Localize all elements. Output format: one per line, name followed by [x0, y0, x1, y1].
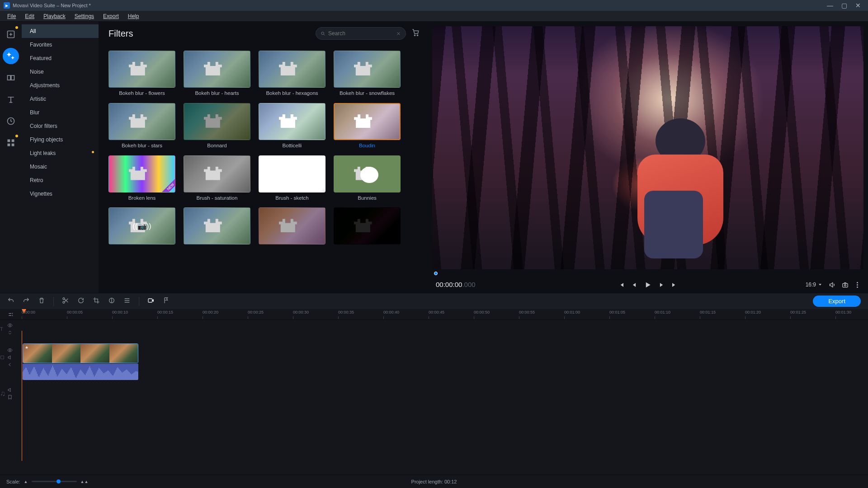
tracks-area[interactable]: ★	[22, 320, 868, 474]
split-button[interactable]	[62, 297, 69, 306]
filter-bokeh-blur-hexagons[interactable]: Bokeh blur - hexagons	[259, 51, 326, 97]
next-frame-button[interactable]	[658, 282, 665, 288]
category-blur[interactable]: Blur	[22, 106, 99, 119]
play-button[interactable]	[644, 281, 652, 289]
filters-panel: Filters butterfliesdiamondsBokeh blur - …	[99, 22, 429, 293]
undo-button[interactable]	[7, 297, 14, 306]
category-featured[interactable]: Featured	[22, 52, 99, 65]
filter-item-15[interactable]	[334, 207, 401, 247]
filter-brush-saturation[interactable]: Brush - saturation	[184, 155, 250, 202]
svg-rect-4	[8, 140, 10, 142]
audio-waveform[interactable]	[23, 364, 138, 380]
filters-button[interactable]	[3, 48, 19, 64]
next-clip-button[interactable]	[671, 282, 678, 288]
prev-frame-button[interactable]	[631, 282, 638, 288]
cart-icon[interactable]	[411, 28, 420, 38]
minimize-button[interactable]: —	[827, 2, 833, 9]
volume-button[interactable]	[829, 282, 835, 288]
more-button[interactable]	[3, 135, 19, 151]
search-box[interactable]	[316, 27, 406, 40]
audio-track-controls[interactable]	[7, 387, 13, 400]
video-clip[interactable]: ★	[23, 343, 138, 363]
filter-item-14[interactable]	[259, 207, 326, 247]
filter-bokeh-blur-stars[interactable]: Bokeh blur - stars	[108, 103, 175, 149]
filter-bunnies[interactable]: Bunnies	[334, 155, 401, 202]
category-retro[interactable]: Retro	[22, 174, 99, 187]
record-button[interactable]	[147, 297, 155, 306]
svg-point-13	[63, 298, 65, 300]
scale-label: Scale:	[6, 479, 20, 484]
app-icon: ▶	[4, 2, 10, 9]
preview-video[interactable]	[432, 26, 863, 269]
rotate-button[interactable]	[77, 297, 85, 306]
menu-file[interactable]: File	[3, 12, 20, 20]
filter-item-13[interactable]	[184, 207, 250, 247]
preview-controls: 00:00:00.000 16:9	[429, 277, 866, 293]
transitions-button[interactable]	[3, 70, 19, 86]
export-button[interactable]: Export	[813, 296, 861, 307]
prev-clip-button[interactable]	[618, 282, 625, 288]
menu-export[interactable]: Export	[99, 12, 123, 20]
zoom-out-button[interactable]: ▲	[24, 479, 28, 484]
filter-botticelli[interactable]: Botticelli	[259, 103, 326, 149]
filter-boudin[interactable]: Boudin	[334, 103, 401, 149]
category-vignettes[interactable]: Vignettes	[22, 187, 99, 201]
category-all[interactable]: All	[22, 24, 99, 38]
clear-search-icon[interactable]	[396, 31, 401, 37]
category-favorites[interactable]: Favorites	[22, 38, 99, 52]
filter-bokeh-blur-flowers[interactable]: Bokeh blur - flowers	[108, 51, 175, 97]
category-mosaic[interactable]: Mosaic	[22, 160, 99, 174]
svg-point-14	[63, 301, 65, 303]
scale-slider[interactable]	[32, 481, 77, 482]
timeline-ruler[interactable]: 0:00:0000:00:0500:00:1000:00:1500:00:200…	[22, 309, 868, 319]
filter-bonnard[interactable]: Bonnard	[184, 103, 250, 149]
preview-menu-button[interactable]	[855, 280, 860, 290]
crop-button[interactable]	[93, 297, 100, 306]
category-color-filters[interactable]: Color filters	[22, 119, 99, 133]
menu-settings[interactable]: Settings	[70, 12, 99, 20]
category-artistic[interactable]: Artistic	[22, 92, 99, 106]
close-button[interactable]: ✕	[855, 2, 861, 9]
marker-button[interactable]	[163, 297, 170, 306]
delete-button[interactable]	[38, 297, 45, 306]
menu-edit[interactable]: Edit	[20, 12, 39, 20]
preview-scrubber[interactable]	[434, 270, 862, 276]
timeline: 0:00:0000:00:0500:00:1000:00:1500:00:200…	[0, 309, 868, 488]
svg-point-19	[9, 350, 11, 351]
filter-bokeh-blur-snowflakes[interactable]: Bokeh blur - snowflakes	[334, 51, 401, 97]
import-button[interactable]	[3, 26, 19, 42]
menu-playback[interactable]: Playback	[39, 12, 70, 20]
category-light-leaks[interactable]: Light leaks	[22, 146, 99, 160]
menu-help[interactable]: Help	[123, 12, 144, 20]
svg-rect-6	[8, 144, 10, 146]
color-adjust-button[interactable]	[108, 297, 115, 306]
clip-effect-icon: ★	[25, 345, 28, 350]
stickers-button[interactable]	[3, 113, 19, 129]
clip-properties-button[interactable]	[123, 297, 131, 306]
track-headers: T ♫	[0, 320, 22, 474]
redo-button[interactable]	[23, 297, 30, 306]
category-flying-objects[interactable]: Flying objects	[22, 133, 99, 146]
category-noise[interactable]: Noise	[22, 65, 99, 79]
filter-brush-sketch[interactable]: Brush - sketch	[259, 155, 326, 202]
filter-bokeh-blur-hearts[interactable]: Bokeh blur - hearts	[184, 51, 250, 97]
snapshot-button[interactable]	[842, 282, 849, 288]
svg-rect-1	[8, 75, 11, 80]
filter-grid: butterfliesdiamondsBokeh blur - flowersB…	[108, 44, 420, 247]
category-adjustments[interactable]: Adjustments	[22, 79, 99, 92]
zoom-in-button[interactable]: ▲▲	[80, 479, 89, 484]
timeline-toolbar: Export	[0, 293, 868, 309]
video-track-controls[interactable]	[7, 347, 13, 367]
svg-point-10	[417, 35, 418, 36]
aspect-ratio-selector[interactable]: 16:9	[806, 282, 822, 288]
maximize-button[interactable]: ▢	[841, 2, 847, 9]
tool-strip	[0, 22, 22, 293]
search-input[interactable]	[328, 30, 396, 37]
filter-item-12[interactable]	[108, 207, 175, 247]
ruler-settings-button[interactable]	[0, 309, 22, 319]
title-bar: ▶ Movavi Video Suite – New Project * — ▢…	[0, 0, 868, 11]
svg-rect-5	[12, 140, 14, 142]
filter-broken-lens[interactable]: NEWBroken lens	[108, 155, 175, 202]
svg-rect-11	[843, 283, 848, 287]
titles-button[interactable]	[3, 91, 19, 108]
